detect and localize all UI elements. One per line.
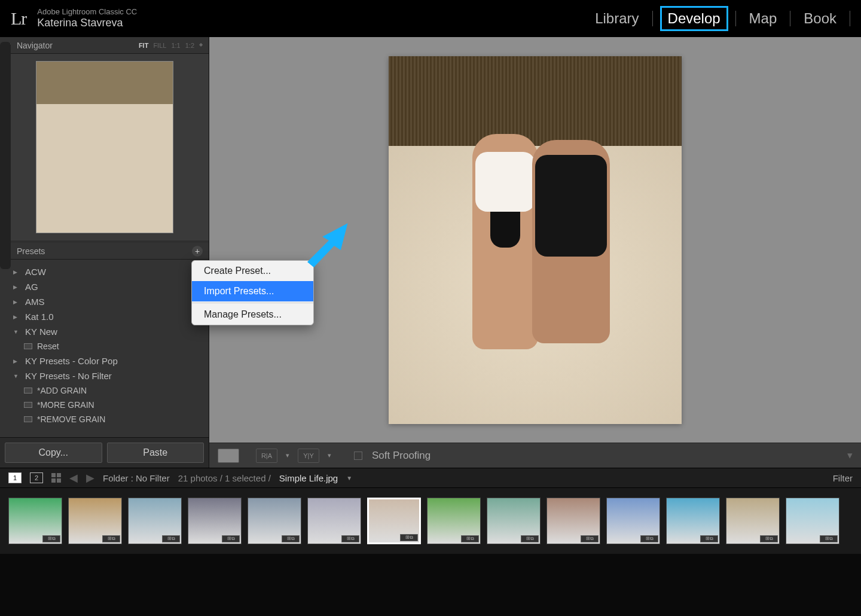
menu-import-presets[interactable]: Import Presets...: [192, 281, 313, 301]
presets-title: Presets: [17, 246, 45, 256]
filmstrip-thumb[interactable]: ⊞⧉: [248, 498, 301, 544]
svg-marker-0: [307, 223, 348, 267]
preset-folder-kat[interactable]: ▶Kat 1.0: [8, 309, 200, 324]
preset-folder-acw[interactable]: ▶ACW: [8, 264, 200, 279]
thumb-badge-icon: ⊞⧉: [581, 535, 599, 542]
zoom-fit[interactable]: FIT: [139, 42, 149, 49]
chevron-down-icon[interactable]: ▾: [325, 449, 334, 463]
chevron-down-icon: ▼: [13, 329, 20, 335]
module-book[interactable]: Book: [798, 8, 842, 29]
monitor-2-button[interactable]: 2: [30, 472, 43, 483]
preset-folder-kynew[interactable]: ▼KY New: [8, 324, 200, 339]
divider: [790, 11, 790, 26]
module-develop[interactable]: Develop: [660, 6, 728, 31]
zoom-1-2[interactable]: 1:2: [185, 42, 194, 49]
loupe-view-button[interactable]: [218, 449, 239, 463]
filmstrip-thumb[interactable]: ⊞⧉: [68, 498, 122, 544]
filmstrip-thumb[interactable]: ⊞⧉: [786, 498, 839, 544]
copy-paste-bar: Copy... Paste: [0, 437, 209, 468]
chevron-right-icon: ▶: [13, 314, 20, 320]
paste-button[interactable]: Paste: [107, 443, 204, 463]
module-library[interactable]: Library: [589, 8, 645, 29]
preset-folder-colorpop[interactable]: ▶KY Presets - Color Pop: [8, 353, 200, 368]
filmstrip-thumb[interactable]: ⊞⧉: [606, 498, 660, 544]
chevron-right-icon: ▶: [13, 269, 20, 275]
folder-filter-label[interactable]: Folder : No Filter: [103, 473, 170, 483]
zoom-dropdown-icon[interactable]: ◆: [199, 42, 203, 49]
add-preset-icon[interactable]: +: [192, 246, 203, 257]
left-collapse-handle[interactable]: [0, 42, 11, 269]
canvas-toolbar: R|A ▾ Y|Y ▾ Soft Proofing ▾: [209, 443, 861, 468]
soft-proofing-label: Soft Proofing: [372, 450, 430, 462]
filmstrip-thumb[interactable]: ⊞⧉: [726, 498, 780, 544]
chevron-right-icon: ▶: [13, 284, 20, 290]
copy-button[interactable]: Copy...: [5, 443, 102, 463]
preset-folder-ag[interactable]: ▶AG: [8, 279, 200, 294]
filmstrip-thumb[interactable]: ⊞⧉: [8, 498, 62, 544]
prev-arrow-icon[interactable]: ◀: [69, 471, 78, 484]
zoom-fill[interactable]: FILL: [153, 42, 166, 49]
filmstrip-header: 1 2 ◀ ▶ Folder : No Filter 21 photos / 1…: [0, 468, 861, 488]
preset-remove-grain[interactable]: *REMOVE GRAIN: [8, 412, 200, 426]
title-block: Adobe Lightroom Classic CC Katerina Stav…: [37, 8, 137, 29]
annotation-arrow: [302, 219, 356, 275]
chevron-right-icon: ▶: [13, 299, 20, 305]
filmstrip-thumb[interactable]: ⊞⧉: [487, 498, 541, 544]
preset-folder-ams[interactable]: ▶AMS: [8, 294, 200, 309]
filmstrip[interactable]: ⊞⧉⊞⧉⊞⧉⊞⧉⊞⧉⊞⧉⊞⧉⊞⧉⊞⧉⊞⧉⊞⧉⊞⧉⊞⧉⊞⧉: [0, 488, 861, 554]
presets-list: ▶ACW ▶AG ▶AMS ▶Kat 1.0 ▼KY New Reset ▶KY…: [0, 260, 209, 437]
preset-icon: [24, 388, 32, 394]
thumb-badge-icon: ⊞⧉: [640, 535, 658, 542]
filmstrip-thumb[interactable]: ⊞⧉: [546, 498, 600, 544]
navigator-title: Navigator: [17, 41, 53, 50]
thumb-badge-icon: ⊞⧉: [102, 535, 120, 542]
presets-header[interactable]: ▼ Presets +: [0, 243, 209, 260]
thumb-badge-icon: ⊞⧉: [400, 534, 418, 541]
thumb-badge-icon: ⊞⧉: [341, 535, 359, 542]
thumb-badge-icon: ⊞⧉: [42, 535, 60, 542]
menu-separator: [192, 303, 313, 303]
preset-folder-nofilter[interactable]: ▼KY Presets - No Filter: [8, 368, 200, 383]
menu-create-preset[interactable]: Create Preset...: [192, 261, 313, 281]
filmstrip-thumb[interactable]: ⊞⧉: [367, 498, 421, 544]
soft-proofing-checkbox[interactable]: [354, 452, 362, 460]
zoom-1-1[interactable]: 1:1: [171, 42, 180, 49]
preset-add-grain[interactable]: *ADD GRAIN: [8, 383, 200, 398]
thumb-badge-icon: ⊞⧉: [282, 535, 300, 542]
filmstrip-thumb[interactable]: ⊞⧉: [128, 498, 182, 544]
filmstrip-thumb[interactable]: ⊞⧉: [188, 498, 242, 544]
app-name: Adobe Lightroom Classic CC: [37, 8, 137, 17]
preset-context-menu: Create Preset... Import Presets... Manag…: [191, 260, 314, 325]
left-panel: ▼ Navigator FIT FILL 1:1 1:2 ◆ ▼ Presets…: [0, 37, 209, 468]
grid-view-icon[interactable]: [51, 473, 61, 483]
monitor-1-button[interactable]: 1: [8, 472, 22, 483]
preset-icon: [24, 402, 32, 408]
photo-preview[interactable]: [389, 56, 682, 424]
toolbar-collapse-icon[interactable]: ▾: [847, 449, 853, 462]
preset-more-grain[interactable]: *MORE GRAIN: [8, 398, 200, 412]
navigator-zoom-modes: FIT FILL 1:1 1:2 ◆: [139, 42, 203, 49]
filmstrip-thumb[interactable]: ⊞⧉: [666, 498, 720, 544]
photo-count-text: 21 photos / 1 selected /: [178, 473, 271, 483]
chevron-right-icon: ▶: [13, 358, 20, 364]
before-after-ra-button[interactable]: R|A: [256, 449, 277, 463]
module-tabs: Library Develop Map Book: [589, 6, 850, 31]
chevron-down-icon[interactable]: ▾: [283, 449, 292, 463]
next-arrow-icon[interactable]: ▶: [86, 471, 94, 484]
thumb-badge-icon: ⊞⧉: [461, 535, 479, 542]
chevron-down-icon[interactable]: ▼: [346, 475, 352, 481]
current-filename[interactable]: Simple Life.jpg: [279, 473, 338, 483]
before-after-yy-button[interactable]: Y|Y: [298, 449, 319, 463]
preset-icon: [24, 416, 32, 422]
thumb-badge-icon: ⊞⧉: [222, 535, 240, 542]
thumb-badge-icon: ⊞⧉: [521, 535, 539, 542]
filmstrip-thumb[interactable]: ⊞⧉: [427, 498, 481, 544]
navigator-thumbnail[interactable]: [36, 61, 173, 233]
menu-manage-presets[interactable]: Manage Presets...: [192, 304, 313, 325]
preset-reset[interactable]: Reset: [8, 339, 200, 353]
thumb-badge-icon: ⊞⧉: [760, 535, 778, 542]
filter-label[interactable]: Filter: [833, 473, 853, 483]
navigator-header[interactable]: ▼ Navigator FIT FILL 1:1 1:2 ◆: [0, 37, 209, 54]
filmstrip-thumb[interactable]: ⊞⧉: [307, 498, 361, 544]
module-map[interactable]: Map: [743, 8, 783, 29]
